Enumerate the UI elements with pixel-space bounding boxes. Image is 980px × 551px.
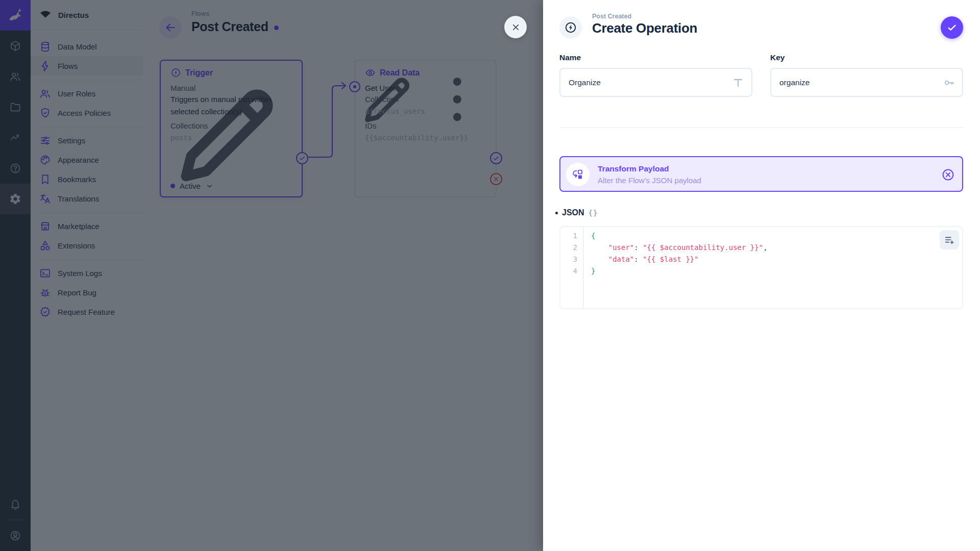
operation-type-title: Transform Payload bbox=[598, 164, 669, 173]
app-root: Directus Data Model Flows User Roles bbox=[0, 0, 980, 551]
fields-row: Name Key bbox=[559, 53, 963, 97]
check-icon bbox=[946, 22, 958, 33]
braces-icon: {} bbox=[589, 209, 598, 217]
cancel-circle-icon bbox=[941, 168, 955, 182]
drawer-breadcrumb: Post Created bbox=[592, 13, 631, 20]
bolt-circle-icon bbox=[564, 21, 577, 34]
required-dot bbox=[555, 212, 558, 214]
save-button[interactable] bbox=[941, 16, 963, 39]
operation-type-subtitle: Alter the Flow's JSON payload bbox=[598, 176, 701, 185]
operation-type-card[interactable]: Transform Payload Alter the Flow's JSON … bbox=[559, 156, 963, 192]
operation-icon-circle bbox=[566, 163, 590, 186]
key-input[interactable] bbox=[771, 69, 962, 96]
section-divider bbox=[559, 127, 963, 128]
name-label: Name bbox=[559, 53, 752, 62]
raw-editor-button[interactable] bbox=[940, 230, 959, 249]
close-icon bbox=[510, 22, 521, 33]
key-field: Key bbox=[770, 53, 963, 97]
name-field: Name bbox=[559, 53, 752, 97]
drawer-header-icon-circle bbox=[559, 16, 582, 39]
json-field-label-row: JSON {} bbox=[555, 208, 598, 217]
title-icon bbox=[732, 77, 744, 89]
playlist-add-icon bbox=[944, 234, 955, 245]
json-code-editor[interactable]: 1 2 3 4 { "user": "{{ $accountability.us… bbox=[559, 226, 963, 309]
code-content: { "user": "{{ $accountability.user }}", … bbox=[584, 227, 962, 308]
line-numbers: 1 2 3 4 bbox=[560, 227, 584, 308]
transform-icon bbox=[572, 168, 584, 181]
key-label: Key bbox=[770, 53, 963, 62]
close-drawer-button[interactable] bbox=[504, 16, 527, 38]
create-operation-drawer: Post Created Create Operation Name Key bbox=[543, 0, 980, 551]
key-icon bbox=[943, 77, 955, 89]
deselect-operation-button[interactable] bbox=[941, 168, 955, 182]
json-field-label: JSON bbox=[562, 208, 584, 217]
drawer-title: Create Operation bbox=[592, 20, 697, 36]
name-input[interactable] bbox=[560, 69, 751, 96]
